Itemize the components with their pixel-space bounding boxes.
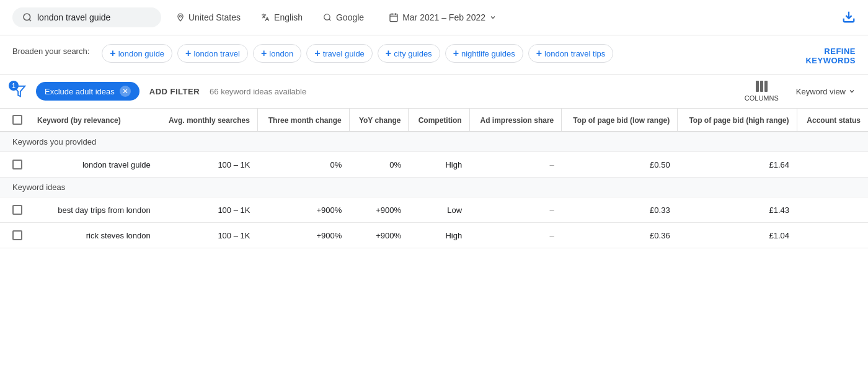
row-keyword: london travel guide [30, 152, 158, 178]
chip-travel-guide[interactable]: + travel guide [306, 44, 373, 63]
svg-line-4 [329, 19, 331, 21]
exclude-adult-ideas-button[interactable]: Exclude adult ideas ✕ [36, 82, 140, 101]
row-keyword: rick steves london [30, 223, 158, 248]
header-account-status: Account status [797, 109, 868, 132]
download-icon [842, 10, 856, 24]
header-checkbox-cell[interactable] [0, 109, 30, 132]
table-row: best day trips from london100 – 1K+900%+… [0, 197, 868, 223]
network-filter[interactable]: Google [317, 10, 369, 25]
row-ad-impression: – [469, 197, 562, 223]
filter-badge: 1 [9, 81, 19, 91]
chip-label: nightlife guides [461, 49, 515, 58]
filter-icon-badge[interactable]: 1 [12, 84, 26, 98]
search-box[interactable] [12, 7, 161, 27]
date-range-label: Mar 2021 – Feb 2022 [402, 12, 485, 22]
row-avg-monthly: 100 – 1K [158, 152, 258, 178]
row-top-high: £1.64 [678, 152, 797, 178]
row-keyword: best day trips from london [30, 197, 158, 223]
row-yoy: +900% [349, 223, 409, 248]
row-three-month: +900% [257, 197, 349, 223]
chip-plus-icon: + [185, 48, 191, 59]
filter-count: 66 keyword ideas available [210, 87, 306, 96]
header-competition: Competition [409, 109, 469, 132]
close-icon: ✕ [120, 86, 131, 97]
header-ad-impression: Ad impression share [469, 109, 562, 132]
location-icon [176, 12, 185, 22]
broaden-label: Broaden your search: [12, 44, 89, 56]
chip-plus-icon: + [386, 48, 391, 59]
table-row: london travel guide100 – 1K0%0%High–£0.5… [0, 152, 868, 178]
row-three-month: 0% [257, 152, 349, 178]
chip-nightlife-guides[interactable]: + nightlife guides [445, 44, 523, 63]
row-competition: Low [409, 197, 469, 223]
chip-plus-icon: + [261, 48, 267, 59]
keywords-table-container: Keyword (by relevance) Avg. monthly sear… [0, 109, 868, 248]
row-avg-monthly: 100 – 1K [158, 197, 258, 223]
row-yoy: +900% [349, 197, 409, 223]
location-filter[interactable]: United States [171, 10, 246, 25]
header-three-month: Three month change [257, 109, 349, 132]
row-checkbox-cell[interactable] [0, 152, 30, 178]
row-ad-impression: – [469, 152, 562, 178]
row-checkbox[interactable] [12, 160, 22, 169]
svg-line-1 [29, 19, 31, 21]
exclude-label: Exclude adult ideas [45, 87, 115, 96]
row-yoy: 0% [349, 152, 409, 178]
chevron-down-icon [848, 88, 856, 95]
network-label: Google [336, 12, 364, 22]
row-top-high: £1.04 [678, 223, 797, 248]
columns-icon [756, 81, 768, 92]
row-checkbox-cell[interactable] [0, 197, 30, 223]
chip-london[interactable]: + london [253, 44, 301, 63]
location-label: United States [188, 12, 241, 22]
row-top-low: £0.36 [562, 223, 678, 248]
row-checkbox[interactable] [12, 230, 22, 240]
chip-label: travel guide [323, 49, 365, 58]
refine-keywords-button[interactable]: REFINEKEYWORDS [805, 44, 856, 65]
row-competition: High [409, 223, 469, 248]
section-header-row: Keyword ideas [0, 178, 868, 197]
chip-label: london [269, 49, 293, 58]
date-filter[interactable]: Mar 2021 – Feb 2022 [384, 10, 502, 25]
language-filter[interactable]: English [255, 10, 308, 25]
svg-point-3 [324, 14, 330, 20]
header-avg-monthly: Avg. monthly searches [158, 109, 258, 132]
svg-point-0 [24, 14, 30, 20]
download-button[interactable] [842, 10, 856, 25]
row-account-status [797, 152, 868, 178]
row-three-month: +900% [257, 223, 349, 248]
row-account-status [797, 197, 868, 223]
keywords-table: Keyword (by relevance) Avg. monthly sear… [0, 109, 868, 248]
search-input[interactable] [37, 12, 136, 22]
columns-label: COLUMNS [745, 94, 779, 102]
keyword-view-button[interactable]: Keyword view [796, 87, 856, 96]
language-icon [260, 13, 270, 22]
add-filter-button[interactable]: ADD FILTER [149, 87, 200, 96]
chip-label: london travel [193, 49, 239, 58]
row-checkbox-cell[interactable] [0, 223, 30, 248]
chip-london-travel[interactable]: + london travel [177, 44, 248, 63]
chip-label: london guide [118, 49, 164, 58]
row-checkbox[interactable] [12, 205, 22, 215]
filter-bar: 1 Exclude adult ideas ✕ ADD FILTER 66 ke… [0, 74, 868, 109]
language-label: English [274, 12, 303, 22]
chip-london-travel-tips[interactable]: + london travel tips [528, 44, 614, 63]
columns-button[interactable]: COLUMNS [745, 81, 779, 102]
chip-label: london travel tips [544, 49, 605, 58]
calendar-icon [389, 12, 399, 22]
chip-city-guides[interactable]: + city guides [378, 44, 440, 63]
chip-plus-icon: + [536, 48, 542, 59]
svg-rect-5 [390, 14, 397, 22]
chip-plus-icon: + [110, 48, 115, 59]
search-icon [22, 12, 32, 22]
top-bar: United States English Google Mar 2021 – … [0, 0, 868, 35]
row-competition: High [409, 152, 469, 178]
select-all-checkbox[interactable] [12, 115, 22, 125]
chevron-down-icon [489, 14, 497, 21]
chip-label: city guides [394, 49, 432, 58]
row-top-low: £0.50 [562, 152, 678, 178]
chip-london-guide[interactable]: + london guide [102, 44, 172, 63]
chip-plus-icon: + [314, 48, 320, 59]
section-header-row: Keywords you provided [0, 132, 868, 152]
header-top-page-high: Top of page bid (high range) [678, 109, 797, 132]
